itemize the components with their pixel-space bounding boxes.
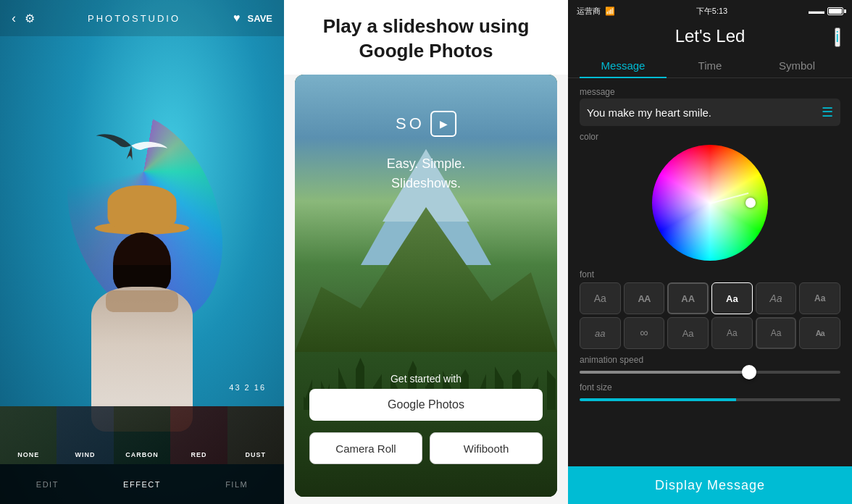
font-grid: Aa AA AA Aa Aa Aa aa ∞ Aa Aa Aa Aa: [580, 282, 840, 349]
tab-edit[interactable]: EDIT: [0, 464, 95, 504]
font-item-1[interactable]: AA: [624, 282, 665, 314]
carrier: 运营商: [577, 6, 601, 17]
slideshow-panel: Play a slideshow usingGoogle Photos SO E…: [284, 0, 568, 504]
app-header: Let's Led i: [568, 22, 852, 54]
top-bar-right: ♥ SAVE: [233, 12, 272, 25]
slideshow-header: Play a slideshow usingGoogle Photos: [284, 0, 568, 75]
signal-icon: ▬▬: [809, 7, 824, 15]
font-item-11[interactable]: Aa: [799, 317, 840, 349]
color-wheel-line: [710, 193, 749, 204]
battery-icon: [827, 7, 843, 15]
speed-label: animation speed: [580, 355, 840, 365]
font-item-3[interactable]: Aa: [711, 282, 753, 314]
logo-text: SO: [396, 114, 425, 133]
font-item-2[interactable]: AA: [667, 282, 709, 314]
font-item-8[interactable]: Aa: [667, 317, 709, 349]
tabs-row: Message Time Symbol: [568, 54, 852, 78]
font-label: font: [580, 269, 840, 280]
filter-dust-label: DUST: [246, 451, 267, 458]
app-title: Let's Led: [675, 26, 746, 46]
play-icon: [430, 111, 456, 137]
time: 下午5:13: [696, 6, 727, 17]
filter-wind[interactable]: WIND: [57, 406, 113, 464]
color-label: color: [580, 132, 840, 142]
color-wheel[interactable]: [652, 145, 768, 261]
bottom-tabs: EDIT EFFECT FILM: [0, 464, 284, 504]
person-silhouette: [70, 214, 214, 432]
lets-led-panel: 运营商 📶 下午5:13 ▬▬ Let's Led i Message Time…: [568, 0, 852, 504]
filter-red[interactable]: RED: [170, 406, 227, 464]
top-bar-left: ‹ ⚙: [12, 11, 35, 26]
top-bar: ‹ ⚙ PHOTOSTUDIO ♥ SAVE: [0, 0, 284, 36]
slideshow-title: Play a slideshow usingGoogle Photos: [306, 14, 546, 64]
font-item-7[interactable]: ∞: [624, 317, 665, 349]
speed-slider-thumb[interactable]: [742, 365, 756, 379]
font-section: font Aa AA AA Aa Aa Aa aa ∞ Aa Aa Aa Aa: [580, 269, 840, 349]
photostudio-panel: 43 2 16 ‹ ⚙ PHOTOSTUDIO ♥ SAVE NONE WIND…: [0, 0, 284, 504]
logo-area: SO: [396, 111, 456, 137]
filter-carbon[interactable]: CARBON: [114, 406, 170, 464]
status-right: ▬▬: [809, 7, 843, 15]
tab-symbol[interactable]: Symbol: [753, 54, 840, 77]
filter-red-label: RED: [191, 451, 206, 458]
filter-wind-label: WIND: [75, 451, 96, 458]
message-section: message You make my heart smile. ☰: [580, 87, 840, 126]
font-item-5[interactable]: Aa: [799, 282, 840, 314]
get-started-label: Get started with: [390, 373, 462, 385]
back-button[interactable]: ‹: [12, 11, 16, 26]
content-area: message You make my heart smile. ☰ color…: [568, 78, 852, 504]
color-wheel-selector[interactable]: [746, 198, 756, 208]
message-row: You make my heart smile. ☰: [580, 98, 840, 126]
font-item-0[interactable]: Aa: [580, 282, 621, 314]
font-item-6[interactable]: aa: [580, 317, 621, 349]
color-section: color: [580, 132, 840, 264]
tagline: Easy. Simple.Slideshows.: [387, 154, 466, 193]
info-button[interactable]: i: [835, 28, 840, 47]
font-size-label: font size: [580, 382, 840, 392]
speed-section: animation speed: [580, 355, 840, 374]
heart-icon[interactable]: ♥: [233, 12, 241, 25]
color-wheel-container: [580, 145, 840, 261]
font-size-section: font size: [580, 382, 840, 401]
font-item-4[interactable]: Aa: [756, 282, 797, 314]
settings-icon[interactable]: ⚙: [25, 12, 35, 25]
filter-dust[interactable]: DUST: [227, 406, 284, 464]
filter-carbon-label: CARBON: [125, 451, 159, 458]
app-name: PHOTOSTUDIO: [88, 13, 180, 24]
tab-effect[interactable]: EFFECT: [95, 464, 190, 504]
filter-none[interactable]: NONE: [0, 406, 57, 464]
list-icon[interactable]: ☰: [822, 104, 833, 120]
timestamp: 43 2 16: [229, 383, 266, 392]
filter-strip: NONE WIND CARBON RED DUST: [0, 406, 284, 464]
slideshow-card: SO Easy. Simple.Slideshows. Get started …: [295, 75, 557, 497]
tab-time[interactable]: Time: [667, 54, 753, 77]
status-left: 运营商 📶: [577, 6, 615, 17]
font-item-10[interactable]: Aa: [756, 317, 797, 349]
filter-none-label: NONE: [17, 451, 39, 458]
message-label: message: [580, 87, 840, 97]
font-size-slider[interactable]: [580, 398, 840, 401]
google-photos-button[interactable]: Google Photos: [309, 389, 543, 421]
status-bar: 运营商 📶 下午5:13 ▬▬: [568, 0, 852, 22]
tab-film[interactable]: FILM: [189, 464, 284, 504]
display-message-button[interactable]: Display Message: [568, 466, 852, 504]
wifibooth-button[interactable]: Wifibooth: [430, 432, 543, 464]
tab-message[interactable]: Message: [580, 54, 667, 77]
bottom-button-row: Camera Roll Wifibooth: [309, 432, 543, 464]
wifi-icon: 📶: [605, 7, 615, 16]
font-item-9[interactable]: Aa: [711, 317, 753, 349]
speed-slider[interactable]: [580, 371, 840, 374]
camera-roll-button[interactable]: Camera Roll: [309, 432, 422, 464]
save-button[interactable]: SAVE: [248, 13, 272, 24]
message-text: You make my heart smile.: [587, 106, 711, 119]
